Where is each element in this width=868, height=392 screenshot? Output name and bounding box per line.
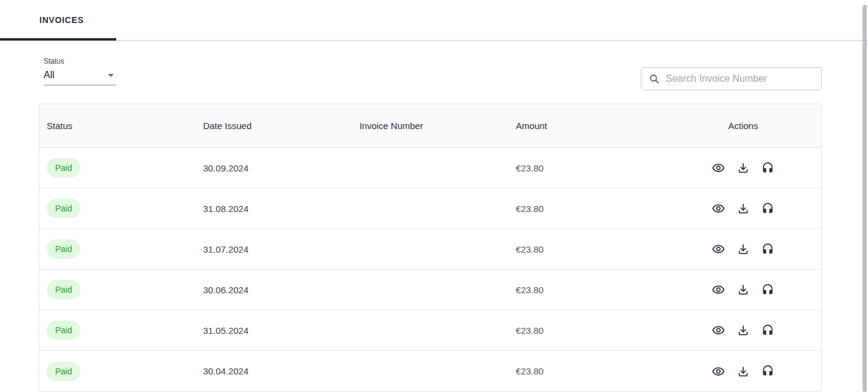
download-invoice-button[interactable] xyxy=(737,324,750,337)
eye-icon xyxy=(712,242,725,256)
row-actions xyxy=(665,324,821,337)
column-header-actions: Actions xyxy=(665,121,821,131)
status-badge: Paid xyxy=(47,321,81,340)
table-row: Paid 30.09.2024 €23.80 xyxy=(39,148,821,188)
view-invoice-button[interactable] xyxy=(712,324,725,337)
amount-cell: €23.80 xyxy=(509,163,665,173)
column-header-invoice-number: Invoice Number xyxy=(352,121,508,131)
table-row: Paid 31.05.2024 €23.80 xyxy=(39,310,821,351)
filters-row: Status All xyxy=(0,41,868,104)
invoices-table: Status Date Issued Invoice Number Amount… xyxy=(39,104,822,392)
row-actions xyxy=(665,283,821,296)
headset-icon xyxy=(761,284,774,296)
view-invoice-button[interactable] xyxy=(712,242,725,256)
download-icon xyxy=(737,324,750,337)
download-invoice-button[interactable] xyxy=(737,161,750,174)
headset-icon xyxy=(761,202,774,215)
status-badge: Paid xyxy=(47,158,81,178)
status-filter-value-row[interactable]: All xyxy=(44,70,116,85)
support-invoice-button[interactable] xyxy=(761,202,774,215)
date-issued-cell: 30.04.2024 xyxy=(196,366,352,376)
date-issued-cell: 31.07.2024 xyxy=(196,244,352,254)
view-invoice-button[interactable] xyxy=(712,283,725,296)
date-issued-cell: 30.06.2024 xyxy=(196,285,352,295)
amount-cell: €23.80 xyxy=(509,366,665,376)
amount-cell: €23.80 xyxy=(509,285,665,295)
support-invoice-button[interactable] xyxy=(761,365,774,377)
download-icon xyxy=(737,283,750,296)
date-issued-cell: 30.09.2024 xyxy=(196,163,352,173)
status-filter-select[interactable]: Status All xyxy=(44,57,116,85)
invoice-search-box[interactable] xyxy=(641,67,822,90)
view-invoice-button[interactable] xyxy=(712,161,725,174)
headset-icon xyxy=(761,162,774,174)
eye-icon xyxy=(712,161,725,174)
table-row: Paid 31.07.2024 €23.80 xyxy=(39,229,821,270)
table-row: Paid 30.06.2024 €23.80 xyxy=(39,270,821,310)
chevron-down-icon xyxy=(108,74,114,77)
date-issued-cell: 31.08.2024 xyxy=(196,204,352,214)
download-icon xyxy=(737,242,750,256)
support-invoice-button[interactable] xyxy=(761,324,774,337)
download-icon xyxy=(737,365,750,378)
download-invoice-button[interactable] xyxy=(737,283,750,296)
row-actions xyxy=(665,202,821,215)
row-actions xyxy=(665,161,821,174)
download-icon xyxy=(737,202,750,215)
status-badge: Paid xyxy=(47,280,81,299)
table-header-row: Status Date Issued Invoice Number Amount… xyxy=(39,104,821,148)
status-badge: Paid xyxy=(47,199,81,218)
column-header-status: Status xyxy=(39,121,196,131)
support-invoice-button[interactable] xyxy=(761,243,774,256)
headset-icon xyxy=(761,243,774,256)
amount-cell: €23.80 xyxy=(509,325,665,336)
search-icon xyxy=(649,73,660,84)
download-invoice-button[interactable] xyxy=(737,365,750,378)
support-invoice-button[interactable] xyxy=(761,162,774,174)
headset-icon xyxy=(761,324,774,337)
support-invoice-button[interactable] xyxy=(761,284,774,296)
eye-icon xyxy=(712,365,725,378)
eye-icon xyxy=(712,324,725,337)
status-badge: Paid xyxy=(47,362,81,381)
table-row: Paid 30.04.2024 €23.80 xyxy=(39,351,821,391)
amount-cell: €23.80 xyxy=(509,204,665,214)
column-header-date-issued: Date Issued xyxy=(196,121,352,131)
row-actions xyxy=(665,242,821,256)
date-issued-cell: 31.05.2024 xyxy=(196,325,352,336)
column-header-amount: Amount xyxy=(509,121,665,131)
search-invoice-input[interactable] xyxy=(666,73,814,84)
view-invoice-button[interactable] xyxy=(712,202,725,215)
table-row: Paid 31.08.2024 €23.80 xyxy=(39,188,821,229)
status-badge: Paid xyxy=(47,239,81,259)
download-invoice-button[interactable] xyxy=(737,242,750,256)
tab-invoices-label: INVOICES xyxy=(39,15,84,25)
status-filter-label: Status xyxy=(44,57,116,65)
view-invoice-button[interactable] xyxy=(712,365,725,378)
tab-invoices[interactable]: INVOICES xyxy=(39,0,84,40)
download-invoice-button[interactable] xyxy=(737,202,750,215)
status-filter-value: All xyxy=(44,70,55,81)
eye-icon xyxy=(712,202,725,215)
amount-cell: €23.80 xyxy=(509,244,665,254)
download-icon xyxy=(737,161,750,174)
tab-bar: INVOICES xyxy=(0,0,868,41)
headset-icon xyxy=(761,365,774,377)
vertical-scrollbar[interactable] xyxy=(863,5,867,392)
eye-icon xyxy=(712,283,725,296)
row-actions xyxy=(665,365,821,378)
